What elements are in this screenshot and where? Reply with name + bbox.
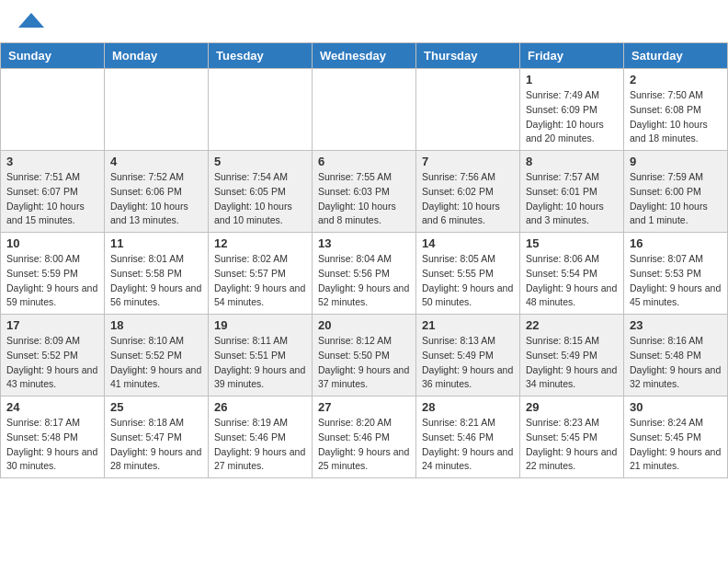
day-number: 1 bbox=[526, 73, 618, 86]
weekday-header-saturday: Saturday bbox=[624, 43, 728, 69]
calendar-body: 1Sunrise: 7:49 AM Sunset: 6:09 PM Daylig… bbox=[1, 69, 728, 478]
calendar-cell: 18Sunrise: 8:10 AM Sunset: 5:52 PM Dayli… bbox=[105, 315, 209, 396]
day-number: 19 bbox=[214, 318, 306, 332]
day-info: Sunrise: 8:12 AM Sunset: 5:50 PM Dayligh… bbox=[318, 334, 410, 392]
day-number: 16 bbox=[630, 236, 722, 250]
day-info: Sunrise: 8:01 AM Sunset: 5:58 PM Dayligh… bbox=[110, 252, 202, 310]
weekday-header-tuesday: Tuesday bbox=[209, 43, 313, 69]
day-info: Sunrise: 8:13 AM Sunset: 5:49 PM Dayligh… bbox=[422, 334, 514, 392]
day-info: Sunrise: 8:00 AM Sunset: 5:59 PM Dayligh… bbox=[6, 252, 98, 310]
day-number: 3 bbox=[6, 155, 98, 168]
day-info: Sunrise: 8:07 AM Sunset: 5:53 PM Dayligh… bbox=[630, 252, 722, 310]
calendar-cell bbox=[416, 69, 520, 151]
calendar-cell bbox=[105, 69, 209, 151]
day-info: Sunrise: 8:19 AM Sunset: 5:46 PM Dayligh… bbox=[214, 416, 306, 474]
day-number: 14 bbox=[422, 236, 514, 250]
calendar-cell: 29Sunrise: 8:23 AM Sunset: 5:45 PM Dayli… bbox=[520, 396, 624, 478]
day-number: 17 bbox=[6, 318, 98, 332]
day-info: Sunrise: 8:05 AM Sunset: 5:55 PM Dayligh… bbox=[422, 252, 514, 310]
calendar-cell bbox=[1, 69, 105, 151]
calendar-cell: 16Sunrise: 8:07 AM Sunset: 5:53 PM Dayli… bbox=[624, 233, 728, 315]
logo-icon bbox=[17, 11, 46, 29]
logo bbox=[15, 11, 46, 33]
day-info: Sunrise: 7:52 AM Sunset: 6:06 PM Dayligh… bbox=[110, 170, 202, 228]
calendar-cell: 27Sunrise: 8:20 AM Sunset: 5:46 PM Dayli… bbox=[313, 396, 416, 478]
day-number: 2 bbox=[630, 73, 722, 86]
day-info: Sunrise: 8:15 AM Sunset: 5:49 PM Dayligh… bbox=[526, 334, 618, 392]
calendar-cell: 4Sunrise: 7:52 AM Sunset: 6:06 PM Daylig… bbox=[105, 151, 209, 233]
calendar-week-row: 3Sunrise: 7:51 AM Sunset: 6:07 PM Daylig… bbox=[1, 151, 728, 233]
day-number: 26 bbox=[214, 400, 306, 414]
calendar-week-row: 1Sunrise: 7:49 AM Sunset: 6:09 PM Daylig… bbox=[1, 69, 728, 151]
calendar-cell: 3Sunrise: 7:51 AM Sunset: 6:07 PM Daylig… bbox=[1, 151, 105, 233]
calendar-week-row: 24Sunrise: 8:17 AM Sunset: 5:48 PM Dayli… bbox=[1, 396, 728, 478]
day-number: 23 bbox=[630, 318, 722, 332]
calendar-cell: 20Sunrise: 8:12 AM Sunset: 5:50 PM Dayli… bbox=[313, 315, 416, 396]
calendar-cell: 6Sunrise: 7:55 AM Sunset: 6:03 PM Daylig… bbox=[313, 151, 416, 233]
day-info: Sunrise: 8:10 AM Sunset: 5:52 PM Dayligh… bbox=[110, 334, 202, 392]
weekday-header-friday: Friday bbox=[520, 43, 624, 69]
weekday-header-wednesday: Wednesday bbox=[313, 43, 416, 69]
calendar-cell bbox=[313, 69, 416, 151]
day-info: Sunrise: 7:55 AM Sunset: 6:03 PM Dayligh… bbox=[318, 170, 410, 228]
day-number: 6 bbox=[318, 155, 410, 168]
calendar-week-row: 17Sunrise: 8:09 AM Sunset: 5:52 PM Dayli… bbox=[1, 315, 728, 396]
day-info: Sunrise: 7:56 AM Sunset: 6:02 PM Dayligh… bbox=[422, 170, 514, 228]
day-info: Sunrise: 8:04 AM Sunset: 5:56 PM Dayligh… bbox=[318, 252, 410, 310]
day-info: Sunrise: 8:24 AM Sunset: 5:45 PM Dayligh… bbox=[630, 416, 722, 474]
calendar-cell: 13Sunrise: 8:04 AM Sunset: 5:56 PM Dayli… bbox=[313, 233, 416, 315]
calendar-cell: 24Sunrise: 8:17 AM Sunset: 5:48 PM Dayli… bbox=[1, 396, 105, 478]
day-number: 27 bbox=[318, 400, 410, 414]
day-info: Sunrise: 7:57 AM Sunset: 6:01 PM Dayligh… bbox=[526, 170, 618, 228]
calendar-table: SundayMondayTuesdayWednesdayThursdayFrid… bbox=[0, 42, 728, 478]
calendar-cell: 1Sunrise: 7:49 AM Sunset: 6:09 PM Daylig… bbox=[520, 69, 624, 151]
day-info: Sunrise: 7:49 AM Sunset: 6:09 PM Dayligh… bbox=[526, 88, 618, 146]
weekday-header-thursday: Thursday bbox=[416, 43, 520, 69]
day-info: Sunrise: 7:59 AM Sunset: 6:00 PM Dayligh… bbox=[630, 170, 722, 228]
day-info: Sunrise: 8:17 AM Sunset: 5:48 PM Dayligh… bbox=[6, 416, 98, 474]
day-number: 20 bbox=[318, 318, 410, 332]
day-info: Sunrise: 8:20 AM Sunset: 5:46 PM Dayligh… bbox=[318, 416, 410, 474]
day-number: 5 bbox=[214, 155, 306, 168]
day-number: 7 bbox=[422, 155, 514, 168]
day-number: 9 bbox=[630, 155, 722, 168]
day-info: Sunrise: 7:54 AM Sunset: 6:05 PM Dayligh… bbox=[214, 170, 306, 228]
day-number: 21 bbox=[422, 318, 514, 332]
day-info: Sunrise: 7:50 AM Sunset: 6:08 PM Dayligh… bbox=[630, 88, 722, 146]
day-info: Sunrise: 8:21 AM Sunset: 5:46 PM Dayligh… bbox=[422, 416, 514, 474]
day-info: Sunrise: 8:18 AM Sunset: 5:47 PM Dayligh… bbox=[110, 416, 202, 474]
day-number: 4 bbox=[110, 155, 202, 168]
calendar-cell: 10Sunrise: 8:00 AM Sunset: 5:59 PM Dayli… bbox=[1, 233, 105, 315]
calendar-cell: 9Sunrise: 7:59 AM Sunset: 6:00 PM Daylig… bbox=[624, 151, 728, 233]
calendar-cell: 28Sunrise: 8:21 AM Sunset: 5:46 PM Dayli… bbox=[416, 396, 520, 478]
calendar-week-row: 10Sunrise: 8:00 AM Sunset: 5:59 PM Dayli… bbox=[1, 233, 728, 315]
day-number: 12 bbox=[214, 236, 306, 250]
calendar-cell bbox=[209, 69, 313, 151]
calendar-cell: 8Sunrise: 7:57 AM Sunset: 6:01 PM Daylig… bbox=[520, 151, 624, 233]
calendar-cell: 23Sunrise: 8:16 AM Sunset: 5:48 PM Dayli… bbox=[624, 315, 728, 396]
calendar-cell: 26Sunrise: 8:19 AM Sunset: 5:46 PM Dayli… bbox=[209, 396, 313, 478]
calendar-cell: 7Sunrise: 7:56 AM Sunset: 6:02 PM Daylig… bbox=[416, 151, 520, 233]
day-number: 22 bbox=[526, 318, 618, 332]
day-number: 15 bbox=[526, 236, 618, 250]
calendar-cell: 2Sunrise: 7:50 AM Sunset: 6:08 PM Daylig… bbox=[624, 69, 728, 151]
day-info: Sunrise: 8:02 AM Sunset: 5:57 PM Dayligh… bbox=[214, 252, 306, 310]
day-number: 11 bbox=[110, 236, 202, 250]
weekday-header-monday: Monday bbox=[105, 43, 209, 69]
day-number: 30 bbox=[630, 400, 722, 414]
day-number: 13 bbox=[318, 236, 410, 250]
day-number: 10 bbox=[6, 236, 98, 250]
weekday-header-sunday: Sunday bbox=[1, 43, 105, 69]
calendar-cell: 17Sunrise: 8:09 AM Sunset: 5:52 PM Dayli… bbox=[1, 315, 105, 396]
day-number: 25 bbox=[110, 400, 202, 414]
calendar-cell: 30Sunrise: 8:24 AM Sunset: 5:45 PM Dayli… bbox=[624, 396, 728, 478]
day-info: Sunrise: 7:51 AM Sunset: 6:07 PM Dayligh… bbox=[6, 170, 98, 228]
day-number: 24 bbox=[6, 400, 98, 414]
header bbox=[0, 0, 728, 37]
day-info: Sunrise: 8:06 AM Sunset: 5:54 PM Dayligh… bbox=[526, 252, 618, 310]
calendar-cell: 25Sunrise: 8:18 AM Sunset: 5:47 PM Dayli… bbox=[105, 396, 209, 478]
day-number: 28 bbox=[422, 400, 514, 414]
day-number: 8 bbox=[526, 155, 618, 168]
calendar-cell: 21Sunrise: 8:13 AM Sunset: 5:49 PM Dayli… bbox=[416, 315, 520, 396]
calendar-cell: 5Sunrise: 7:54 AM Sunset: 6:05 PM Daylig… bbox=[209, 151, 313, 233]
